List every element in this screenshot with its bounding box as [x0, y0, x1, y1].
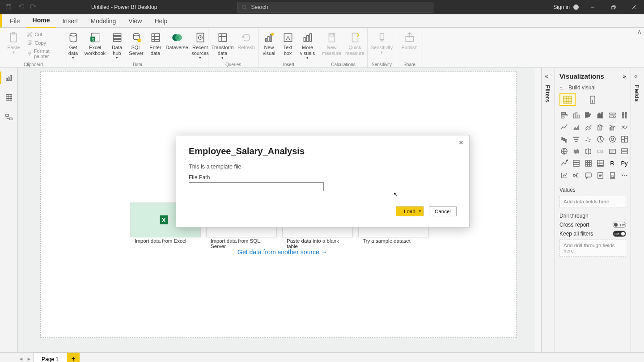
viz-r-icon[interactable]: R [608, 159, 617, 168]
cross-report-toggle[interactable]: Off [613, 222, 626, 228]
svg-rect-41 [8, 77, 9, 80]
viz-kpi-icon[interactable] [559, 159, 568, 168]
viz-expand-icon[interactable]: » [623, 73, 626, 80]
viz-slicer-icon[interactable] [572, 159, 580, 168]
build-tab-format[interactable] [585, 93, 601, 106]
viz-narrative-icon[interactable] [596, 171, 605, 180]
close-button[interactable] [623, 0, 644, 14]
viz-key-influencers-icon[interactable] [559, 171, 568, 180]
page-next-button[interactable]: ► [25, 356, 33, 362]
transform-data-button[interactable]: Transform data▾ [210, 29, 235, 62]
viz-clustered-column-icon[interactable] [596, 110, 605, 119]
build-tab-fields[interactable] [559, 93, 576, 106]
enter-data-button[interactable]: Enter data [147, 29, 165, 62]
cut-button[interactable]: Cut [25, 30, 64, 38]
new-visual-button[interactable]: New visual [260, 29, 279, 62]
viz-table-icon[interactable] [584, 159, 593, 168]
add-page-button[interactable]: + [67, 353, 80, 362]
text-box-button[interactable]: AText box [280, 29, 297, 62]
tab-view[interactable]: View [122, 14, 148, 28]
viz-more-icon[interactable] [620, 171, 629, 180]
new-measure-button[interactable]: New measure [321, 29, 343, 62]
viz-waterfall-icon[interactable] [559, 135, 568, 143]
viz-paginated-icon[interactable] [608, 171, 617, 180]
viz-clustered-bar-icon[interactable] [584, 110, 593, 119]
nav-model-view[interactable] [4, 112, 14, 122]
ribbon-collapse-icon[interactable]: ᐱ [638, 29, 641, 35]
svg-rect-74 [611, 126, 612, 130]
viz-stacked-bar-icon[interactable] [559, 110, 568, 119]
viz-matrix-icon[interactable] [596, 159, 605, 168]
publish-button[interactable]: Publish [398, 29, 421, 62]
page-tab-1[interactable]: Page 1 [33, 353, 67, 362]
dataverse-button[interactable]: Dataverse [165, 29, 189, 62]
load-button[interactable]: Load [396, 206, 424, 216]
format-painter-button[interactable]: Format painter [25, 47, 64, 60]
visualizations-pane: Visualizations » Build visual [555, 68, 631, 352]
filters-collapse-icon[interactable]: « [545, 72, 548, 80]
get-data-other-link[interactable]: Get data from another source → [237, 248, 327, 256]
viz-pie-icon[interactable] [596, 135, 605, 143]
vertical-scrollbar[interactable] [535, 68, 541, 352]
tab-insert[interactable]: Insert [56, 14, 84, 28]
refresh-button[interactable]: Refresh [236, 29, 257, 62]
dialog-close-button[interactable]: ✕ [458, 139, 464, 146]
tab-home[interactable]: Home [26, 13, 56, 28]
tab-file[interactable]: File [4, 14, 26, 28]
keep-filters-toggle[interactable]: On [613, 231, 626, 237]
viz-decomposition-icon[interactable] [572, 171, 580, 180]
save-icon[interactable] [5, 4, 12, 11]
copy-button[interactable]: Copy [25, 39, 64, 46]
viz-donut-icon[interactable] [608, 135, 617, 143]
sql-server-button[interactable]: SQL Server [127, 29, 146, 62]
svg-rect-48 [168, 216, 170, 218]
viz-line-column-icon[interactable] [596, 122, 605, 131]
file-path-input[interactable] [189, 182, 324, 191]
viz-scatter-icon[interactable] [584, 135, 593, 143]
sensitivity-button[interactable]: Sensitivity▾ [369, 29, 394, 62]
undo-icon[interactable] [18, 4, 24, 11]
maximize-button[interactable] [603, 0, 623, 14]
redo-icon[interactable] [30, 4, 37, 11]
viz-qa-icon[interactable] [584, 171, 593, 180]
viz-gauge-icon[interactable]: 123 [596, 147, 605, 156]
viz-card-icon[interactable] [608, 147, 617, 156]
tab-modeling[interactable]: Modeling [84, 14, 122, 28]
viz-line-clustered-icon[interactable] [608, 122, 617, 131]
viz-stacked-area-icon[interactable] [584, 122, 593, 131]
more-visuals-button[interactable]: More visuals▾ [297, 29, 318, 62]
viz-shape-map-icon[interactable] [584, 147, 593, 156]
svg-rect-53 [561, 112, 565, 114]
viz-multirow-icon[interactable] [620, 147, 629, 156]
viz-treemap-icon[interactable] [620, 135, 629, 143]
data-hub-button[interactable]: Data hub▾ [108, 29, 126, 62]
viz-100-column-icon[interactable] [620, 110, 629, 119]
nav-report-view[interactable] [4, 72, 14, 83]
fields-collapse-icon[interactable]: « [634, 72, 638, 80]
values-dropzone[interactable]: Add data fields here [559, 196, 626, 207]
page-prev-button[interactable]: ◄ [17, 356, 25, 362]
viz-100-bar-icon[interactable] [608, 110, 617, 119]
tab-help[interactable]: Help [148, 14, 174, 28]
viz-ribbon-icon[interactable] [620, 122, 629, 131]
get-data-button[interactable]: Get data▾ [64, 29, 82, 62]
viz-area-icon[interactable] [572, 122, 580, 131]
viz-stacked-column-icon[interactable] [572, 110, 580, 119]
viz-funnel-icon[interactable] [572, 135, 580, 143]
paste-button[interactable]: Paste ▾ [3, 29, 24, 62]
sign-in-button[interactable]: Sign in [553, 4, 582, 10]
group-label: Data [67, 62, 208, 67]
search-box[interactable]: Search [237, 2, 434, 13]
recent-sources-button[interactable]: Recent sources▾ [190, 29, 211, 62]
excel-workbook-button[interactable]: XExcel workbook [83, 29, 107, 62]
quick-measure-button[interactable]: Quick measure [344, 29, 366, 62]
cancel-button[interactable]: Cancel [429, 206, 457, 216]
nav-data-view[interactable] [4, 92, 14, 103]
viz-line-icon[interactable] [559, 122, 568, 131]
drillthrough-dropzone[interactable]: Add drill-through fields here [559, 240, 626, 257]
viz-python-icon[interactable]: Py [620, 159, 629, 168]
minimize-button[interactable] [582, 0, 603, 14]
ribbon-group-queries: Transform data▾ Refresh Queries [208, 28, 258, 67]
viz-map-icon[interactable] [559, 147, 568, 156]
viz-filled-map-icon[interactable] [572, 147, 580, 156]
